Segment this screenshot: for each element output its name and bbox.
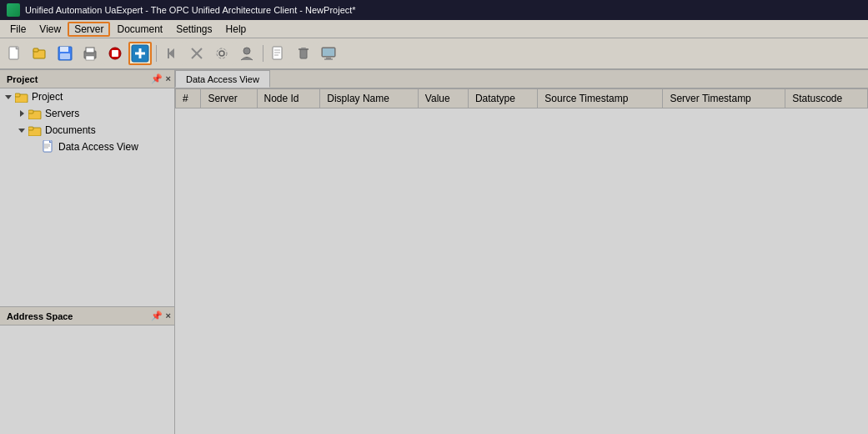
tree-label-documents: Documents <box>45 124 96 136</box>
tab-label: Data Access View <box>186 74 259 84</box>
svg-rect-38 <box>28 110 33 114</box>
project-header-label: Project <box>7 74 38 84</box>
svg-rect-9 <box>86 56 94 60</box>
tree-arrow-servers[interactable] <box>17 108 27 119</box>
toolbar-btn-back[interactable] <box>160 42 183 65</box>
project-tree: Project Servers Documents Data Access Vi… <box>0 88 175 307</box>
svg-marker-33 <box>5 95 12 99</box>
tree-icon-servers <box>28 107 42 120</box>
tree-icon-project <box>15 90 28 103</box>
app-icon <box>7 3 20 17</box>
toolbar <box>0 38 868 70</box>
data-table: #ServerNode IdDisplay NameValueDatatypeS… <box>175 88 868 108</box>
tree-item-servers[interactable]: Servers <box>0 105 174 122</box>
col-header-num: # <box>176 89 201 108</box>
toolbar-btn-settings[interactable] <box>210 42 233 65</box>
address-content <box>0 326 174 332</box>
address-close-icon[interactable]: × <box>166 310 171 321</box>
tree-item-documents[interactable]: Documents <box>0 122 174 139</box>
main-layout: Project 📌 × Project Servers Documents <box>0 70 868 434</box>
toolbar-btn-new-doc[interactable] <box>267 42 290 65</box>
menu-item-settings[interactable]: Settings <box>169 22 218 37</box>
svg-rect-5 <box>60 47 68 52</box>
toolbar-btn-save[interactable] <box>53 42 77 65</box>
toolbar-btn-monitor[interactable] <box>317 42 340 65</box>
toolbar-btn-open[interactable] <box>28 42 52 65</box>
address-header-icons: 📌 × <box>151 310 171 321</box>
data-view: #ServerNode IdDisplay NameValueDatatypeS… <box>175 88 868 434</box>
tree-item-project[interactable]: Project <box>0 88 174 105</box>
col-header-server-timestamp: Server Timestamp <box>663 89 785 108</box>
right-panel: Data Access View #ServerNode IdDisplay N… <box>175 70 868 434</box>
address-header-label: Address Space <box>7 311 73 321</box>
col-header-datatype: Datatype <box>468 89 537 108</box>
menu-item-help[interactable]: Help <box>219 22 253 37</box>
menu-item-document[interactable]: Document <box>110 22 169 37</box>
project-header-icons: 📌 × <box>151 73 171 84</box>
svg-rect-30 <box>323 48 334 56</box>
project-pin-icon[interactable]: 📌 <box>151 73 163 84</box>
svg-marker-36 <box>20 110 24 117</box>
tree-label-project: Project <box>32 91 63 103</box>
col-header-server: Server <box>201 89 257 108</box>
svg-rect-41 <box>28 127 33 130</box>
window-title: Unified Automation UaExpert - The OPC Un… <box>25 5 356 15</box>
tree-arrow-documents[interactable] <box>17 125 27 135</box>
toolbar-separator-sep2 <box>260 42 265 65</box>
address-panel-header: Address Space 📌 × <box>0 307 175 326</box>
svg-rect-26 <box>300 49 307 58</box>
address-pin-icon[interactable]: 📌 <box>151 310 163 321</box>
svg-rect-6 <box>60 53 70 59</box>
menu-bar: FileViewServerDocumentSettingsHelp <box>0 20 868 38</box>
tab-data-access-view[interactable]: Data Access View <box>175 70 270 88</box>
svg-point-21 <box>243 48 250 54</box>
tree-item-data-access-view[interactable]: Data Access View <box>0 139 174 155</box>
col-header-node-id: Node Id <box>257 89 320 108</box>
tree-icon-documents <box>28 124 42 137</box>
menu-item-server[interactable]: Server <box>68 22 110 37</box>
project-panel-header: Project 📌 × <box>0 70 175 88</box>
left-panel: Project 📌 × Project Servers Documents <box>0 70 175 434</box>
content-area: Project 📌 × Project Servers Documents <box>0 70 868 434</box>
toolbar-btn-connect[interactable] <box>128 42 152 65</box>
svg-rect-11 <box>112 50 118 57</box>
toolbar-separator-sep1 <box>153 42 158 65</box>
project-close-icon[interactable]: × <box>166 73 171 84</box>
svg-point-19 <box>219 51 224 56</box>
col-header-display-name: Display Name <box>320 89 419 108</box>
tree-arrow-data-access-view[interactable] <box>30 142 40 152</box>
svg-point-20 <box>217 48 227 58</box>
table-header: #ServerNode IdDisplay NameValueDatatypeS… <box>176 89 868 108</box>
toolbar-btn-delete[interactable] <box>292 42 315 65</box>
toolbar-btn-user[interactable] <box>235 42 258 65</box>
menu-item-view[interactable]: View <box>33 22 68 37</box>
col-header-source-timestamp: Source Timestamp <box>538 89 663 108</box>
svg-marker-15 <box>168 48 174 58</box>
tab-bar: Data Access View <box>175 70 868 88</box>
toolbar-btn-print[interactable] <box>78 42 102 65</box>
tree-arrow-project[interactable] <box>3 92 13 102</box>
svg-marker-39 <box>18 129 25 133</box>
tree-icon-data-access-view <box>42 140 55 154</box>
col-header-value: Value <box>418 89 468 108</box>
col-header-statuscode: Statuscode <box>785 89 868 108</box>
table-header-row: #ServerNode IdDisplay NameValueDatatypeS… <box>176 89 868 108</box>
tree-label-data-access-view: Data Access View <box>58 141 138 153</box>
svg-rect-28 <box>301 48 306 49</box>
svg-rect-3 <box>33 48 38 52</box>
address-space-panel <box>0 326 175 434</box>
title-bar: Unified Automation UaExpert - The OPC Un… <box>0 0 868 20</box>
toolbar-btn-stop[interactable] <box>103 42 127 65</box>
toolbar-btn-disconnect[interactable] <box>185 42 208 65</box>
svg-rect-8 <box>86 48 94 53</box>
menu-item-file[interactable]: File <box>3 22 33 37</box>
toolbar-btn-new[interactable] <box>3 42 27 65</box>
svg-rect-35 <box>15 93 20 97</box>
tree-label-servers: Servers <box>45 108 79 119</box>
